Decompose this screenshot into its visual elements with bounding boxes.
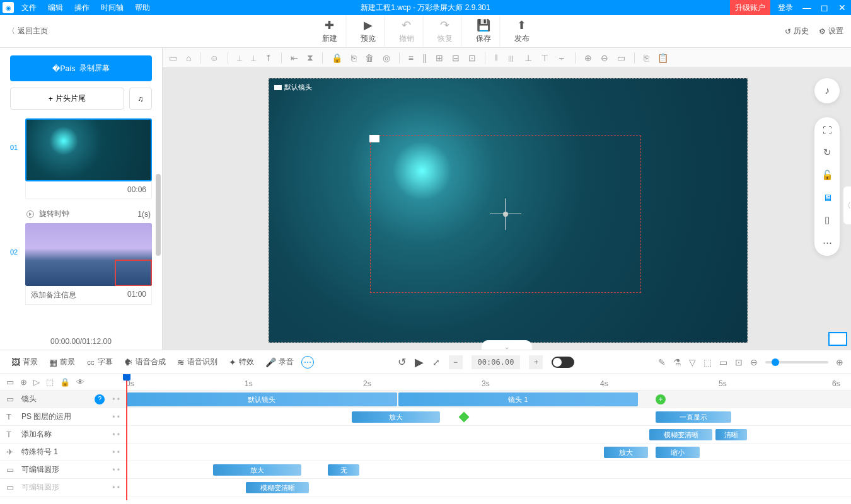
menu-help[interactable]: 帮助 bbox=[130, 0, 155, 16]
close-icon[interactable]: ✕ bbox=[833, 0, 851, 15]
tool-icon[interactable]: ☺ bbox=[209, 53, 218, 63]
segment[interactable]: 放大 bbox=[604, 447, 648, 458]
segment[interactable]: 镜头 1 bbox=[398, 392, 638, 406]
menu-edit[interactable]: 编辑 bbox=[43, 0, 68, 16]
copy-icon[interactable]: ⎘ bbox=[644, 53, 649, 63]
clip-item-2[interactable]: 02 添加备注信息01:00 bbox=[10, 223, 152, 305]
mobile-icon[interactable]: ▯ bbox=[825, 214, 830, 226]
tool-icon[interactable]: ⤒ bbox=[265, 53, 272, 63]
tool-icon[interactable]: ▭ bbox=[719, 357, 727, 367]
lock-icon[interactable]: 🔒 bbox=[332, 53, 342, 63]
redo-button[interactable]: ↷恢复 bbox=[429, 16, 462, 47]
segment[interactable]: 一直显示 bbox=[656, 411, 731, 423]
stage[interactable]: 默认镜头 bbox=[269, 78, 748, 343]
rotate-icon[interactable]: ↻ bbox=[823, 147, 831, 158]
align-icon[interactable]: ⊡ bbox=[468, 53, 476, 63]
sidebar-scrollbar[interactable] bbox=[156, 174, 161, 256]
zoom-in-icon[interactable]: ⊕ bbox=[836, 357, 843, 367]
minus-button[interactable]: − bbox=[449, 355, 463, 369]
add-icon[interactable]: + bbox=[656, 394, 666, 404]
zoom-in-icon[interactable]: ⊕ bbox=[584, 53, 592, 63]
collapse-handle[interactable]: ⌄ bbox=[482, 340, 532, 350]
plus-button[interactable]: + bbox=[529, 355, 543, 369]
music-button[interactable]: ♪ bbox=[814, 78, 840, 103]
tool-icon[interactable]: ⊡ bbox=[735, 357, 743, 367]
align-icon[interactable]: ⊞ bbox=[436, 53, 443, 63]
save-button[interactable]: 💾保存 bbox=[467, 16, 501, 47]
undo-button[interactable]: ↶撤销 bbox=[390, 16, 424, 47]
zoom-out-icon[interactable]: ⊖ bbox=[601, 53, 608, 63]
camera-frame[interactable] bbox=[370, 135, 641, 293]
segment[interactable]: 模糊变清晰 bbox=[649, 429, 712, 440]
segment[interactable]: 默认镜头 bbox=[126, 392, 397, 406]
segment[interactable]: 放大 bbox=[213, 464, 301, 476]
align-icon[interactable]: ≡ bbox=[408, 53, 414, 63]
desktop-icon[interactable]: 🖥 bbox=[823, 192, 832, 203]
lock-icon[interactable]: 🔒 bbox=[60, 377, 70, 387]
history-button[interactable]: ↺历史 bbox=[785, 26, 809, 37]
upgrade-button[interactable]: 升级账户 bbox=[730, 0, 770, 16]
zoom-slider[interactable] bbox=[765, 361, 828, 364]
edit-icon[interactable]: ✎ bbox=[658, 357, 666, 367]
expand-icon[interactable]: ⤢ bbox=[432, 357, 440, 367]
record-button[interactable]: 🎤录音 bbox=[262, 354, 298, 370]
tool-icon[interactable]: ◎ bbox=[383, 53, 390, 63]
eye-icon[interactable]: 👁 bbox=[76, 377, 84, 387]
audio-button[interactable]: ♫ bbox=[129, 88, 152, 110]
align-icon[interactable]: ⊟ bbox=[452, 53, 460, 63]
maximize-icon[interactable]: ◻ bbox=[816, 0, 833, 15]
back-home-button[interactable]: 〈 返回主页 bbox=[8, 26, 48, 37]
fg-button[interactable]: ▦前景 bbox=[45, 354, 79, 370]
add-icon[interactable]: ⊕ bbox=[20, 377, 27, 387]
publish-button[interactable]: ⬆发布 bbox=[506, 16, 538, 47]
help-icon[interactable]: ? bbox=[95, 394, 105, 404]
align-icon[interactable]: ⫴ bbox=[494, 52, 498, 63]
minimize-icon[interactable]: — bbox=[798, 0, 816, 15]
menu-timeline[interactable]: 时间轴 bbox=[96, 0, 129, 16]
fx-button[interactable]: ✦特效 bbox=[225, 354, 258, 370]
segment[interactable]: 缩小 bbox=[656, 447, 700, 458]
tool-icon[interactable]: ⟂ bbox=[251, 53, 256, 63]
filter-icon[interactable]: ⚗ bbox=[673, 357, 681, 367]
tool-icon[interactable]: ⬚ bbox=[703, 357, 712, 367]
menu-action[interactable]: 操作 bbox=[69, 0, 95, 16]
tool-icon[interactable]: ⟂ bbox=[237, 53, 242, 63]
minimap-icon[interactable] bbox=[828, 332, 847, 346]
tool-icon[interactable]: ⎘ bbox=[351, 53, 356, 63]
clip-thumbnail[interactable] bbox=[25, 223, 152, 286]
align-icon[interactable]: ⫟ bbox=[557, 53, 566, 63]
home-icon[interactable]: ⌂ bbox=[186, 53, 191, 63]
tool-icon[interactable]: ▭ bbox=[6, 377, 14, 387]
right-tab[interactable]: 〈 bbox=[843, 186, 851, 224]
settings-button[interactable]: ⚙设置 bbox=[819, 26, 843, 37]
toggle-switch[interactable] bbox=[552, 357, 574, 368]
tool-icon[interactable]: ⧗ bbox=[307, 52, 313, 63]
tool-icon[interactable]: ▷ bbox=[33, 377, 40, 387]
more-button[interactable]: ⋯ bbox=[301, 356, 314, 369]
tool-icon[interactable]: ⇤ bbox=[291, 53, 298, 63]
transition-row[interactable]: 旋转时钟 1(s) bbox=[10, 205, 152, 223]
fullscreen-icon[interactable]: ⛶ bbox=[823, 125, 832, 135]
align-icon[interactable]: ‖ bbox=[422, 53, 427, 63]
login-button[interactable]: 登录 bbox=[773, 0, 798, 16]
play-icon[interactable]: ▶ bbox=[415, 355, 424, 369]
bg-button[interactable]: 🖼背景 bbox=[8, 354, 42, 370]
segment[interactable]: 清晰 bbox=[715, 429, 747, 440]
align-icon[interactable]: ⊥ bbox=[524, 53, 532, 63]
tts-button[interactable]: 🗣语音合成 bbox=[120, 354, 170, 370]
menu-file[interactable]: 文件 bbox=[16, 0, 42, 16]
more-icon[interactable]: ⋯ bbox=[823, 237, 832, 248]
tool-icon[interactable]: ▭ bbox=[169, 53, 177, 63]
unlock-icon[interactable]: 🔓 bbox=[821, 169, 833, 181]
record-screen-button[interactable]: �País录制屏幕 bbox=[10, 55, 152, 81]
preview-button[interactable]: ▶预览 bbox=[352, 16, 385, 47]
trash-icon[interactable]: 🗑 bbox=[365, 53, 374, 63]
segment[interactable]: 无 bbox=[328, 464, 359, 476]
clip-item-1[interactable]: 01 00:06 bbox=[10, 118, 152, 198]
segment[interactable]: 模糊变清晰 bbox=[246, 482, 309, 493]
rewind-icon[interactable]: ↺ bbox=[398, 356, 406, 368]
funnel-icon[interactable]: ▽ bbox=[689, 357, 696, 367]
clip-thumbnail[interactable] bbox=[25, 118, 152, 181]
tool-icon[interactable]: ▭ bbox=[617, 53, 625, 63]
tool-icon[interactable]: ⬚ bbox=[46, 377, 54, 387]
